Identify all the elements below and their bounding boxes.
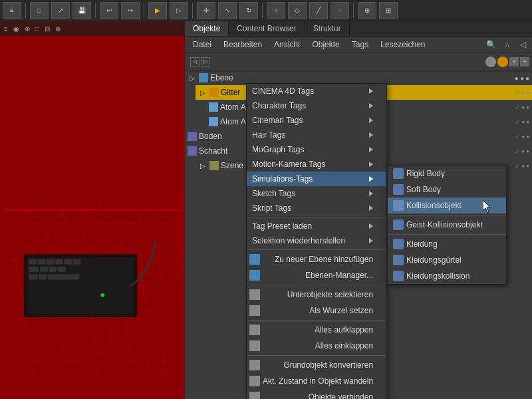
open-icon[interactable]: ↗ [51, 2, 70, 19]
dot2: ● [526, 104, 529, 110]
object-controls: ✓ ● ● [515, 162, 529, 170]
ctx-sketch-tags[interactable]: Sketch Tags [247, 186, 386, 201]
separator [247, 320, 386, 321]
separator [247, 217, 386, 217]
separator [25, 3, 26, 18]
toolbar-right-icon[interactable]: ▷ [201, 57, 210, 66]
new-icon[interactable]: □ [30, 2, 49, 19]
svg-rect-29 [47, 259, 54, 265]
menu-objekte[interactable]: Objekte [307, 39, 344, 51]
separator [262, 3, 263, 18]
submenu-arrow [369, 147, 373, 152]
object-mode-icon[interactable]: ○ [267, 2, 285, 19]
ctx-hair-tags[interactable]: Hair Tags [247, 128, 386, 142]
sub-kleidungsguertel[interactable]: Kleidungsgürtel [388, 252, 506, 268]
ctx-ebenen-manager[interactable]: Ebenen-Manager... [247, 267, 386, 283]
ctx-selektion[interactable]: Selektion wiederherstellen [247, 233, 386, 248]
dot1: ● [521, 163, 525, 169]
home-icon[interactable]: ⌂ [500, 38, 513, 51]
svg-rect-39 [48, 275, 79, 280]
scale-icon[interactable]: ⤡ [218, 2, 237, 19]
ctx-tag-preset[interactable]: Tag Preset laden [247, 219, 386, 233]
dot1: ● [521, 134, 525, 140]
viewport-scene [0, 21, 185, 399]
undo-icon[interactable]: ↩ [100, 2, 118, 19]
menu-tags[interactable]: Tags [346, 39, 374, 51]
toolbar-sq1[interactable]: × [509, 57, 519, 66]
ctx-skript-tags[interactable]: Skript Tags [247, 201, 386, 215]
svg-rect-32 [73, 259, 80, 265]
ctx-cineman-tags[interactable]: Cineman Tags [247, 113, 386, 128]
menu-icon[interactable]: ≡ [3, 2, 21, 19]
separator [144, 3, 144, 18]
render-view-icon[interactable]: ▷ [170, 2, 188, 19]
object-controls: ● ● ● [515, 74, 529, 82]
dot1: ● [521, 148, 525, 154]
move-icon[interactable]: ✛ [197, 2, 215, 19]
toolbar-circle1[interactable] [485, 57, 496, 67]
edge-mode-icon[interactable]: ╱ [309, 2, 328, 19]
expand-icon: ▷ [188, 73, 197, 82]
redo-icon[interactable]: ↪ [121, 2, 140, 19]
ctx-neue-ebene[interactable]: Zu neuer Ebene hinzufügen [247, 251, 386, 267]
verbinden-icon [249, 392, 260, 399]
ctx-konvertieren[interactable]: Grundobjekt konvertieren [247, 357, 386, 373]
snap-icon[interactable]: ⊕ [358, 2, 376, 19]
dot1: ● [521, 119, 525, 125]
soft-icon [393, 184, 404, 195]
svg-line-22 [156, 198, 166, 386]
tabs-bar: Objekte Content Browser Struktur [185, 21, 532, 37]
svg-rect-36 [58, 267, 65, 272]
object-name: Ebene [210, 73, 515, 82]
tab-struktur[interactable]: Struktur [305, 21, 350, 36]
sub-kleidung[interactable]: Kleidung [388, 236, 506, 252]
tab-objekte[interactable]: Objekte [185, 21, 229, 36]
search-icon[interactable]: 🔍 [484, 38, 497, 51]
toolbar-sq2[interactable]: + [520, 57, 529, 66]
axis-icon[interactable]: ⊞ [379, 2, 398, 19]
expand-icon: ▷ [198, 88, 207, 97]
menu-datei[interactable]: Datei [188, 39, 217, 51]
ctx-zustand[interactable]: Akt. Zustand in Objekt wandeln [247, 373, 386, 389]
einklappen-icon [249, 340, 260, 351]
check-green: ✓ [515, 89, 520, 96]
rotate-icon[interactable]: ↻ [239, 2, 258, 19]
separator [95, 3, 96, 18]
submenu-arrow [369, 205, 373, 211]
ctx-verbinden[interactable]: Objekte verbinden [247, 389, 386, 399]
viewport[interactable]: ≡ ◉ ⊕ □ ⊟ ⊕ [0, 21, 185, 399]
menu-bearbeiten[interactable]: Bearbeiten [218, 39, 267, 51]
layer-icon [199, 73, 208, 82]
render-icon[interactable]: ▶ [148, 2, 167, 19]
sub-soft-body[interactable]: Soft Body [388, 182, 506, 198]
ctx-cinema4d-tags[interactable]: CINEMA 4D Tags [247, 84, 386, 98]
kollision-icon [393, 200, 404, 211]
kleidkoll-icon [393, 271, 404, 281]
dot2: ● [526, 163, 529, 169]
ctx-simulations-tags[interactable]: Simulations-Tags [247, 172, 386, 186]
toolbar-circle2[interactable] [497, 57, 508, 67]
svg-rect-38 [39, 275, 47, 280]
ctx-charakter-tags[interactable]: Charakter Tags [247, 98, 386, 113]
ctx-wurzel[interactable]: Als Wurzel setzen [247, 303, 386, 319]
save-icon[interactable]: 💾 [72, 2, 91, 19]
sub-kollisionsobjekt[interactable]: Kollisionsobjekt [388, 198, 506, 213]
sub-geist-kollision[interactable]: Geist-Kollisionsobjekt [388, 217, 506, 233]
ctx-aufklappen[interactable]: Alles aufklappen [247, 322, 386, 338]
sub-kleidungskollision[interactable]: Kleidungskollision [388, 268, 506, 284]
point-mode-icon[interactable]: · [331, 2, 349, 19]
toolbar-left-icon[interactable]: ◁ [190, 57, 200, 66]
ctx-einklappen[interactable]: Alles einklappen [247, 338, 386, 354]
menu-right-icons: 🔍 ⌂ ◁ [484, 38, 529, 51]
tab-content-browser[interactable]: Content Browser [229, 21, 305, 36]
menu-ansicht[interactable]: Ansicht [269, 39, 305, 51]
ctx-unterobjekte[interactable]: Unterobjekte selektieren [247, 287, 386, 303]
menu-lesezeichen[interactable]: Lesezeichen [375, 39, 430, 51]
sub-rigid-body[interactable]: Rigid Body [388, 166, 506, 182]
ctx-motion-kamera[interactable]: Motion-Kamera Tags [247, 157, 386, 172]
dot2: ● [526, 148, 529, 154]
object-controls: ✓ ● ● [515, 89, 529, 96]
ctx-mograph-tags[interactable]: MoGraph Tags [247, 142, 386, 157]
back-icon[interactable]: ◁ [516, 38, 529, 51]
poly-mode-icon[interactable]: ◇ [288, 2, 307, 19]
